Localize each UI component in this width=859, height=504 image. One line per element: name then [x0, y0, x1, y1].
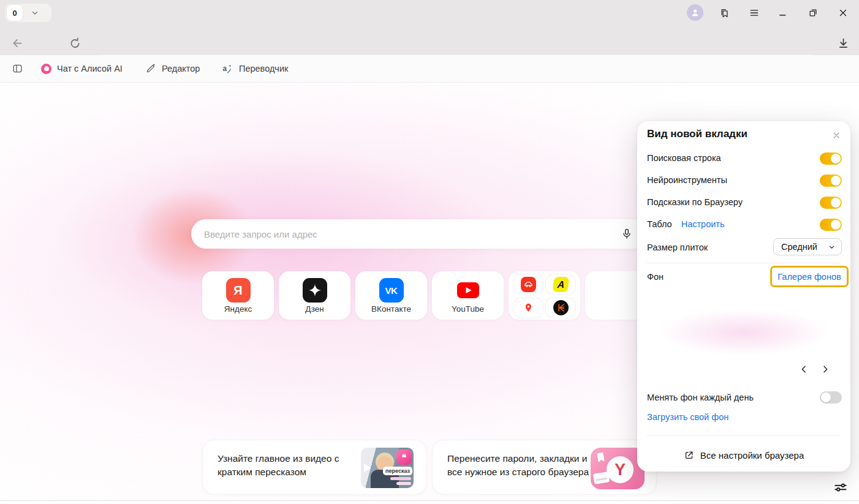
tile-group-item-kinopoisk[interactable]	[546, 298, 575, 318]
menu-icon[interactable]	[745, 4, 763, 22]
auto-ru-car-icon	[521, 277, 536, 292]
toggle-neuro-tools[interactable]	[820, 175, 842, 187]
panel-divider	[647, 263, 841, 263]
reload-icon[interactable]	[65, 33, 85, 53]
browser-window: 0 Я Введите	[0, 0, 859, 504]
tile-group-item-auto[interactable]	[513, 274, 543, 295]
settings-sliders-icon[interactable]	[830, 477, 851, 498]
chevron-down-icon[interactable]	[31, 9, 39, 17]
setting-label-neuro-tools: Нейроинструменты	[647, 175, 727, 185]
upload-background-link[interactable]: Загрузить свой фон	[647, 412, 728, 422]
setting-label-background: Фон	[647, 272, 664, 282]
carousel-prev-icon[interactable]	[797, 362, 811, 377]
setting-label-tile-size: Размер плиток	[647, 243, 708, 252]
promo-card-import[interactable]: Перенесите пароли, закладки и все нужное…	[432, 440, 657, 495]
tile-size-select[interactable]: Средний	[773, 238, 842, 255]
close-icon[interactable]	[834, 4, 852, 22]
promo-card-text: Перенесите пароли, закладки и все нужное…	[447, 452, 593, 478]
retell-quote-icon: ❝	[396, 449, 412, 465]
vk-icon: VK	[379, 278, 404, 303]
kinopoisk-icon	[553, 300, 569, 315]
tile-group-item-afisha[interactable]: A	[546, 274, 575, 295]
toggle-browser-tips[interactable]	[820, 197, 842, 209]
toolbar: Я Введите запрос или адрес	[0, 26, 859, 55]
tab-counter[interactable]: 0	[5, 4, 51, 22]
mic-icon[interactable]	[618, 225, 635, 243]
collections-icon[interactable]	[715, 4, 733, 22]
background-gallery-link[interactable]: Галерея фонов	[778, 272, 841, 282]
search-placeholder: Введите запрос или адрес	[204, 229, 317, 239]
all-settings-label: Все настройки браузера	[700, 450, 804, 461]
tile-group-item-maps[interactable]	[513, 298, 543, 318]
title-bar: 0	[0, 0, 859, 26]
toggle-daily-background[interactable]	[820, 391, 842, 404]
tile-size-value: Средний	[781, 242, 817, 252]
select-chevron-icon	[828, 243, 836, 251]
tile-vk[interactable]: VK ВКонтакте	[355, 271, 427, 320]
afisha-icon: A	[552, 277, 569, 292]
alice-icon	[41, 64, 51, 74]
tile-label: Дзен	[305, 304, 324, 314]
svg-text:a: a	[223, 64, 227, 73]
panel-close-icon[interactable]	[830, 129, 842, 141]
bookmark-label: Переводчик	[239, 64, 288, 73]
bottom-divider	[0, 500, 859, 501]
yandex-icon: Я	[226, 278, 251, 303]
minimize-icon[interactable]	[774, 4, 792, 22]
panel-title: Вид новой вкладки	[647, 128, 747, 140]
tile-label: Яндекс	[224, 304, 252, 314]
bookmark-label: Редактор	[162, 64, 200, 73]
bookmark-item-translator[interactable]: a Переводчик	[222, 55, 288, 82]
search-input[interactable]: Введите запрос или адрес	[191, 219, 647, 249]
avatar[interactable]	[687, 4, 703, 21]
yandex-browser-logo: Y	[615, 461, 626, 480]
bookmark-item-editor[interactable]: Редактор	[145, 55, 200, 82]
external-link-icon	[684, 450, 694, 461]
setting-label-browser-tips: Подсказки по Браузеру	[647, 197, 743, 207]
tile-label: ВКонтакте	[371, 304, 411, 314]
maps-pin-icon	[521, 300, 536, 315]
background-preview[interactable]	[647, 294, 841, 360]
youtube-icon	[456, 278, 480, 303]
sidebar-toggle-icon[interactable]	[12, 55, 23, 82]
back-icon[interactable]	[7, 33, 27, 53]
restore-icon[interactable]	[804, 4, 822, 22]
new-tab-settings-panel: Вид новой вкладки Поисковая строка Нейро…	[637, 121, 850, 472]
promo-card-text: Узнайте главное из видео с кратким перес…	[218, 452, 363, 478]
tile-label: YouTube	[452, 304, 484, 314]
setting-label-search-bar: Поисковая строка	[647, 153, 721, 163]
bookmarks-bar: Чат с Алисой AI Редактор a Переводчик	[0, 55, 859, 83]
tableau-configure-link[interactable]: Настроить	[681, 219, 725, 229]
translator-icon: a	[222, 63, 233, 75]
promo-card-video-retell[interactable]: Узнайте главное из видео с кратким перес…	[202, 440, 427, 495]
all-settings-link[interactable]: Все настройки браузера	[637, 445, 850, 465]
retell-badge: пересказ	[383, 467, 412, 475]
toggle-search-bar[interactable]	[820, 152, 842, 165]
tile-yandex[interactable]: Я Яндекс	[202, 271, 274, 320]
tile-youtube[interactable]: YouTube	[432, 271, 504, 320]
tab-badge[interactable]: 0	[7, 5, 23, 21]
editor-icon	[145, 63, 156, 74]
video-thumbnail: ❝ пересказ	[361, 448, 414, 488]
carousel-next-icon[interactable]	[818, 362, 833, 377]
tile-dzen[interactable]: Дзен	[279, 271, 350, 320]
play-icon	[364, 464, 371, 472]
gallery-callout-highlight: Галерея фонов	[770, 266, 849, 287]
setting-label-daily-background: Менять фон каждый день	[647, 393, 754, 402]
bookmark-shape-icon	[596, 452, 605, 463]
bookmark-label: Чат с Алисой AI	[57, 64, 123, 73]
setting-label-tableau: Табло Настроить	[647, 219, 725, 229]
download-icon[interactable]	[833, 33, 853, 53]
panel-divider	[647, 435, 841, 436]
tile-group[interactable]: A	[509, 271, 580, 320]
dzen-icon	[303, 278, 327, 303]
toggle-tableau[interactable]	[820, 219, 842, 231]
bookmark-item-alice-chat[interactable]: Чат с Алисой AI	[41, 55, 123, 82]
